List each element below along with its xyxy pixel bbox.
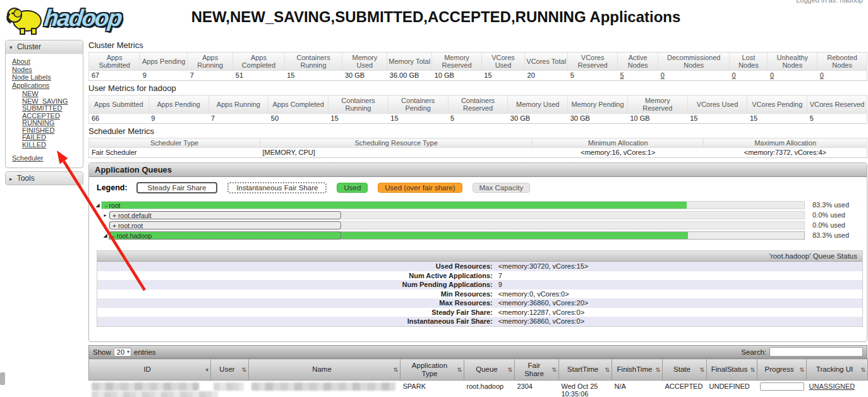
- metric-value: 5: [618, 71, 658, 81]
- sidebar-item-failed[interactable]: FAILED: [22, 134, 83, 142]
- sort-icon: ⇅: [750, 365, 755, 374]
- legend-max-capacity: Max Capacity: [473, 183, 531, 193]
- col-header: Scheduling Resource Type: [260, 138, 533, 148]
- queue-row-root-default[interactable]: ▸ + root.default 0.0% used: [94, 210, 863, 220]
- metric-value: 5: [448, 114, 508, 124]
- page-size-select[interactable]: 20 ▾: [114, 348, 131, 357]
- main-content: Cluster Metrics Apps Submitted Apps Pend…: [88, 39, 867, 397]
- scheduler-metrics-table: Scheduler Type Scheduling Resource Type …: [88, 138, 867, 158]
- metric-value: 7: [188, 71, 233, 81]
- redacted-user: [214, 382, 244, 391]
- sidebar-item-applications[interactable]: Applications: [12, 82, 83, 90]
- status-row: Min Resources: <memory:0, vCores:0>: [97, 290, 862, 299]
- collapse-icon[interactable]: ◢: [94, 202, 101, 208]
- metric-value: 30 GB: [568, 114, 628, 124]
- expand-icon[interactable]: ▸: [102, 212, 109, 218]
- sidebar-item-killed[interactable]: KILLED: [22, 142, 83, 149]
- col-header: Memory Pending: [568, 95, 628, 114]
- col-id[interactable]: ID▾: [89, 359, 211, 381]
- metric-value: 5: [568, 71, 618, 81]
- cluster-metrics-heading: Cluster Metrics: [88, 40, 867, 50]
- collapse-icon[interactable]: ◢: [102, 233, 109, 238]
- col-header: VCores Reserved: [807, 95, 867, 114]
- rebooted-nodes-link[interactable]: 0: [820, 71, 824, 79]
- applications-header-row: ID▾ User⇅ Name⇅ Application Type⇅ Queue⇅…: [89, 359, 868, 381]
- queue-status-panel: 'root.hadoop' Queue Status Used Resource…: [97, 250, 863, 327]
- sort-icon: ⇅: [699, 365, 704, 374]
- sort-icon: ⇅: [605, 365, 610, 374]
- queue-legend: Legend: Steady Fair Share Instantaneous …: [97, 182, 867, 193]
- queue-row-root-root[interactable]: ▸ + root.root 0.0% used: [94, 220, 863, 230]
- metric-value: 10 GB: [627, 114, 687, 124]
- sidebar-item-running[interactable]: RUNNING: [22, 119, 83, 127]
- col-user[interactable]: User⇅: [211, 359, 249, 381]
- search-input[interactable]: [769, 347, 863, 357]
- expand-icon[interactable]: ▸: [102, 223, 109, 228]
- col-header: Memory Reserved: [627, 95, 687, 114]
- redacted-name: [251, 382, 395, 391]
- queue-bar-root-hadoop: - root.hadoop: [109, 231, 805, 240]
- status-value: <memory:36860, vCores:20>: [495, 298, 588, 308]
- metric-value: 67: [89, 71, 140, 81]
- sort-icon: ⇅: [393, 365, 398, 374]
- status-label: Steady Fair Share:: [97, 308, 495, 317]
- col-queue[interactable]: Queue⇅: [464, 359, 515, 381]
- col-name[interactable]: Name⇅: [249, 359, 401, 381]
- col-header: Memory Used: [508, 95, 568, 114]
- application-queues-section: Application Queues Legend: Steady Fair S…: [88, 162, 867, 342]
- sidebar-item-about[interactable]: About: [12, 58, 83, 66]
- col-header: Apps Pending: [140, 52, 188, 71]
- decommissioned-nodes-link[interactable]: 0: [661, 71, 665, 79]
- status-row: Num Active Applications: 7: [97, 271, 862, 281]
- tracking-ui-link[interactable]: UNASSIGNED: [809, 382, 855, 390]
- status-row: Max Resources: <memory:36860, vCores:20>: [97, 298, 862, 308]
- col-starttime[interactable]: StartTime⇅: [559, 359, 612, 381]
- col-header: Apps Running: [188, 52, 233, 71]
- sidebar-item-scheduler[interactable]: Scheduler: [12, 154, 83, 162]
- sidebar-item-submitted[interactable]: SUBMITTED: [22, 105, 83, 113]
- page-size-control: Show 20 ▾ entries: [93, 348, 156, 357]
- status-row: Used Resources: <memory:30720, vCores:15…: [97, 262, 862, 271]
- queue-bar-label: - root: [105, 202, 121, 209]
- queue-bar-label: + root.default: [112, 212, 152, 219]
- queue-bar-root: - root: [101, 201, 805, 209]
- search-label: Search:: [741, 348, 766, 356]
- queue-row-root[interactable]: ◢ - root 83.3% used: [94, 200, 863, 210]
- metric-value: 9: [140, 71, 188, 81]
- col-finishtime[interactable]: FinishTime⇅: [612, 359, 663, 381]
- tools-nav-header[interactable]: ▸ Tools: [6, 172, 83, 185]
- chevron-down-icon: ▾: [9, 44, 13, 51]
- col-tracking-ui[interactable]: Tracking UI⇅: [807, 359, 868, 381]
- sidebar-item-new[interactable]: NEW: [22, 90, 83, 98]
- progress-bar: [760, 382, 804, 391]
- sort-icon: ⇅: [507, 365, 512, 374]
- col-state[interactable]: State⇅: [663, 359, 707, 381]
- queue-bar-root-default: + root.default: [109, 211, 805, 219]
- status-value: 7: [495, 271, 502, 281]
- scheduler-metrics-value-row: Fair Scheduler [MEMORY, CPU] <memory:16,…: [89, 148, 867, 158]
- metric-value: <memory:7372, vCores:4>: [704, 148, 867, 158]
- cluster-nav-header[interactable]: ▾ Cluster: [6, 40, 83, 54]
- col-finalstatus[interactable]: FinalStatus⇅: [707, 359, 757, 381]
- col-application-type[interactable]: Application Type⇅: [401, 359, 464, 381]
- queue-row-root-hadoop[interactable]: ◢ - root.hadoop 83.3% used: [94, 230, 863, 240]
- lost-nodes-link[interactable]: 0: [732, 71, 736, 79]
- queue-used-pct: 83.3% used: [805, 201, 863, 209]
- search-control: Search:: [741, 347, 863, 357]
- sidebar-item-node-labels[interactable]: Node Labels: [12, 73, 83, 82]
- status-label: Max Resources:: [97, 298, 495, 308]
- col-fair-share[interactable]: Fair Share⇅: [515, 359, 559, 381]
- redacted-id-row2: [92, 391, 218, 397]
- sidebar-item-nodes[interactable]: Nodes: [12, 66, 83, 74]
- unhealthy-nodes-link[interactable]: 0: [770, 71, 774, 79]
- legend-label: Legend:: [97, 183, 128, 192]
- cluster-metrics-value-row: 67 9 7 51 15 30 GB 36.00 GB 10 GB 15 20 …: [89, 71, 867, 81]
- active-nodes-link[interactable]: 5: [620, 71, 624, 79]
- col-progress[interactable]: Progress⇅: [757, 359, 807, 381]
- screen-edge-artifact: [0, 372, 5, 385]
- instantaneous-fair-share-outline: [109, 231, 805, 240]
- col-header: Memory Total: [387, 52, 432, 71]
- queue-used-pct: 83.3% used: [805, 231, 863, 239]
- col-header: Containers Pending: [388, 95, 448, 114]
- col-header: VCores Used: [481, 52, 524, 71]
